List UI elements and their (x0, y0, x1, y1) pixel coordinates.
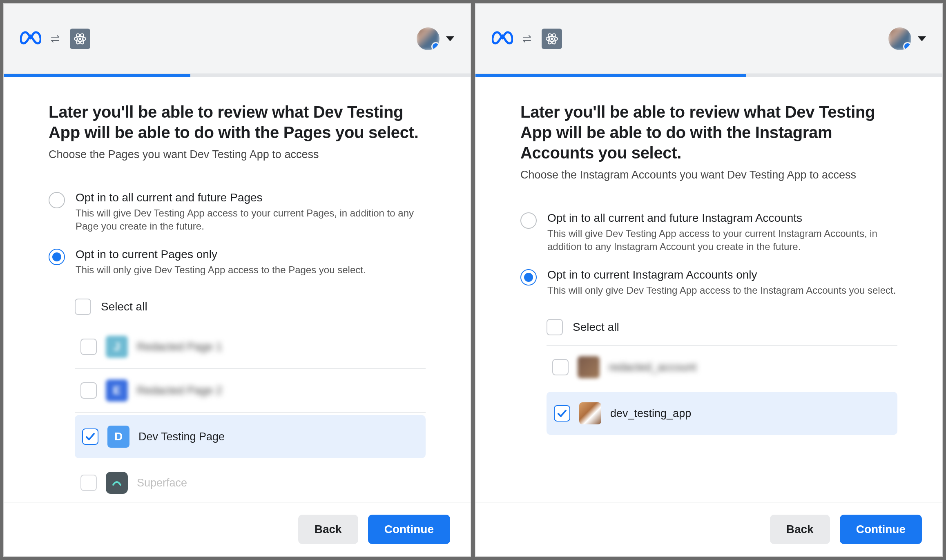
radio-desc: This will give Dev Testing App access to… (547, 227, 897, 254)
list-item[interactable]: J Redacted Page 1 (75, 325, 426, 369)
atom-icon[interactable] (70, 29, 90, 49)
topbar (475, 4, 942, 74)
radio-group: Opt in to all current and future Instagr… (520, 212, 897, 297)
radio-desc: This will only give Dev Testing App acce… (76, 263, 426, 277)
content: Later you'll be able to review what Dev … (4, 77, 471, 502)
checkbox-icon[interactable] (552, 359, 569, 375)
page-icon: E (106, 379, 128, 402)
list-item[interactable]: E Redacted Page 2 (75, 369, 426, 413)
switch-icon[interactable] (522, 33, 533, 44)
item-list: Select all redacted_account dev_testing_… (547, 312, 897, 435)
continue-button[interactable]: Continue (840, 515, 922, 544)
caret-down-icon[interactable] (446, 36, 454, 41)
checkbox-icon[interactable] (80, 382, 97, 399)
radio-desc: This will give Dev Testing App access to… (76, 207, 426, 233)
list-item[interactable]: D Dev Testing Page (75, 415, 426, 458)
back-button[interactable]: Back (770, 515, 830, 544)
radio-icon[interactable] (520, 269, 537, 286)
item-list: Select all J Redacted Page 1 E Redacted … (75, 291, 426, 502)
progress-bar (4, 74, 471, 77)
page-title: Later you'll be able to review what Dev … (49, 102, 426, 143)
content: Later you'll be able to review what Dev … (475, 77, 942, 502)
avatar[interactable] (417, 27, 440, 50)
item-label: Superface (137, 477, 187, 489)
radio-group: Opt in to all current and future Pages T… (49, 191, 426, 277)
radio-opt-all[interactable]: Opt in to all current and future Instagr… (520, 212, 897, 254)
item-label: dev_testing_app (610, 407, 691, 420)
avatar[interactable] (888, 27, 911, 50)
radio-icon[interactable] (49, 249, 65, 265)
list-item[interactable]: redacted_account (547, 346, 897, 389)
radio-icon[interactable] (520, 212, 537, 229)
checkbox-icon[interactable] (80, 475, 97, 491)
radio-label: Opt in to all current and future Instagr… (547, 212, 897, 225)
caret-down-icon[interactable] (918, 36, 926, 41)
footer: Back Continue (4, 502, 471, 556)
select-all-label: Select all (101, 300, 147, 313)
radio-label: Opt in to current Instagram Accounts onl… (547, 268, 897, 281)
select-all-label: Select all (573, 321, 619, 334)
item-label: redacted_account (609, 361, 696, 374)
topbar-right (888, 27, 926, 50)
radio-opt-current[interactable]: Opt in to current Pages only This will o… (49, 248, 426, 277)
page-icon: J (106, 336, 128, 358)
account-icon (578, 356, 600, 378)
checkbox-icon[interactable] (75, 299, 91, 315)
progress-bar (475, 74, 942, 77)
topbar-left (492, 29, 562, 49)
radio-opt-current[interactable]: Opt in to current Instagram Accounts onl… (520, 268, 897, 297)
item-label: Dev Testing Page (138, 431, 225, 443)
progress-fill (4, 74, 190, 77)
page-icon (106, 472, 128, 494)
checkbox-icon[interactable] (554, 405, 570, 422)
list-item[interactable]: dev_testing_app (547, 392, 897, 435)
item-label: Redacted Page 2 (137, 384, 222, 397)
radio-icon[interactable] (49, 192, 65, 208)
meta-logo-icon (20, 31, 41, 47)
progress-fill (475, 74, 746, 77)
select-all-row[interactable]: Select all (75, 291, 426, 325)
svg-point-4 (551, 38, 553, 40)
continue-button[interactable]: Continue (368, 515, 450, 544)
item-label: Redacted Page 1 (137, 341, 222, 353)
meta-logo-icon (492, 31, 513, 47)
select-all-row[interactable]: Select all (547, 312, 897, 346)
checkbox-icon[interactable] (82, 428, 98, 445)
topbar-left (20, 29, 90, 49)
page-subtitle: Choose the Instagram Accounts you want D… (520, 169, 897, 181)
topbar-right (417, 27, 454, 50)
page-title: Later you'll be able to review what Dev … (520, 102, 897, 163)
radio-opt-all[interactable]: Opt in to all current and future Pages T… (49, 191, 426, 233)
checkbox-icon[interactable] (547, 319, 563, 335)
topbar (4, 4, 471, 74)
page-icon: D (107, 426, 129, 448)
switch-icon[interactable] (50, 33, 61, 44)
page-subtitle: Choose the Pages you want Dev Testing Ap… (49, 148, 426, 161)
radio-desc: This will only give Dev Testing App acce… (547, 284, 897, 297)
radio-label: Opt in to current Pages only (76, 248, 426, 261)
list-item[interactable]: Superface (75, 461, 426, 502)
atom-icon[interactable] (542, 29, 562, 49)
account-icon (579, 402, 601, 424)
radio-label: Opt in to all current and future Pages (76, 191, 426, 204)
dialog-instagram: Later you'll be able to review what Dev … (475, 3, 943, 557)
footer: Back Continue (475, 502, 942, 556)
dialog-pages: Later you'll be able to review what Dev … (3, 3, 471, 557)
checkbox-icon[interactable] (80, 339, 97, 355)
back-button[interactable]: Back (298, 515, 358, 544)
svg-point-0 (79, 38, 81, 40)
